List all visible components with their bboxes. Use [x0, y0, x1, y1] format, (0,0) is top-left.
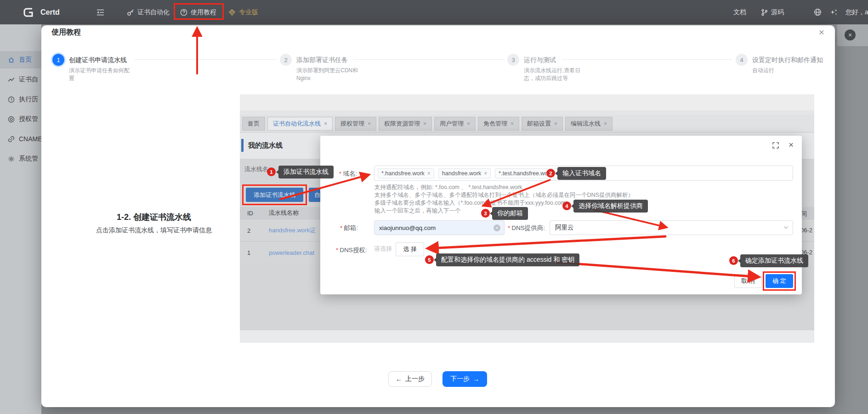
panel-accent-bar: [241, 139, 244, 152]
demo-tab-label: 用户管理: [440, 120, 464, 128]
annotation-badge-2: 2: [546, 169, 555, 178]
cancel-button[interactable]: 取 消: [734, 274, 762, 288]
annotation-tip-6: 确定添加证书流水线: [740, 254, 808, 267]
annotation-badge-5: 5: [425, 255, 434, 264]
step-connector: [353, 59, 505, 60]
custom-pipeline-label: 自: [314, 191, 320, 199]
dns-provider-value: 阿里云: [555, 224, 574, 232]
fullscreen-icon[interactable]: [772, 142, 779, 149]
tutorial-close-icon[interactable]: ×: [815, 26, 828, 39]
step-2-number: 2: [284, 57, 287, 63]
table-header-name: 流水线名称: [269, 209, 299, 217]
next-step-button[interactable]: 下一步 →: [443, 371, 487, 387]
sidebar-item-home[interactable]: 首页: [0, 51, 41, 69]
step-3-indicator: 3: [507, 54, 519, 66]
row-id: 1: [247, 249, 250, 256]
tab-close-icon[interactable]: ×: [423, 121, 426, 127]
language-globe-icon[interactable]: [814, 0, 822, 24]
nav-source-link[interactable]: 源码: [761, 0, 784, 24]
required-mark: *: [336, 247, 338, 253]
required-mark: *: [508, 224, 510, 231]
modal-close-icon[interactable]: ×: [789, 140, 794, 150]
annotation-badge-6: 6: [729, 256, 738, 265]
row-time: 06-2: [800, 227, 812, 234]
nav-item-automation[interactable]: 证书自动化: [127, 0, 170, 24]
tutorial-title: 使用教程: [51, 28, 81, 37]
app-title: Certd: [40, 0, 60, 24]
home-icon: [8, 57, 15, 63]
email-input[interactable]: xiaojunnuo@qq.com: [374, 220, 505, 235]
tab-close-icon[interactable]: ×: [324, 121, 327, 127]
target-icon: [8, 116, 15, 123]
clear-input-icon[interactable]: ×: [494, 224, 500, 231]
demo-tab[interactable]: 权限资源管理 ×: [379, 117, 432, 131]
tag-remove-icon[interactable]: ×: [484, 170, 487, 177]
tab-close-icon[interactable]: ×: [467, 121, 470, 127]
dns-provider-select[interactable]: 阿里云: [550, 220, 793, 235]
step-3-number: 3: [511, 57, 515, 63]
annotation-tip-3: 你的邮箱: [492, 207, 528, 220]
add-pipeline-button[interactable]: 添加证书流水线: [246, 188, 303, 202]
demo-tab-label: 证书自动化流水线: [273, 120, 321, 128]
annotation-badge-4: 4: [562, 201, 571, 210]
left-sidebar: 首页 证书自 执行历 授权管 CNAME 系统管: [0, 24, 41, 414]
next-step-label: 下一步: [450, 375, 470, 383]
prev-step-button[interactable]: ← 上一步: [388, 371, 432, 387]
annotation-badge-1: 1: [267, 167, 276, 176]
question-circle-icon: [180, 9, 187, 16]
demo-tab-label: 首页: [248, 120, 260, 128]
demo-tab[interactable]: 编辑流水线 ×: [565, 117, 613, 131]
sparkles-icon[interactable]: [830, 0, 838, 24]
demo-tab[interactable]: 邮箱设置 ×: [522, 117, 563, 131]
pipeline-name-link[interactable]: handsfree.work证: [269, 226, 316, 235]
add-pipeline-label: 添加证书流水线: [254, 191, 295, 199]
demo-tab[interactable]: 用户管理 ×: [434, 117, 476, 131]
pipeline-name-link[interactable]: powerleader.chat: [269, 249, 314, 256]
sidebar-collapse-icon[interactable]: [96, 0, 104, 24]
tag-remove-icon[interactable]: ×: [427, 170, 431, 177]
domain-hint-1: 支持通配符域名，例如: *.foo.com 、 *.test.handsfree…: [374, 184, 522, 191]
required-mark: *: [339, 170, 341, 177]
sidebar-item-system[interactable]: 系统管: [0, 150, 41, 167]
top-navbar: Certd 证书自动化 使用教程 专业版 文档 源码 您好，admin: [0, 0, 868, 24]
nav-item-tutorial[interactable]: 使用教程: [180, 0, 216, 24]
app-logo[interactable]: [22, 0, 35, 24]
annotation-tip-4: 选择你域名解析提供商: [573, 200, 648, 213]
demo-tab[interactable]: 角色管理 ×: [478, 117, 519, 131]
demo-tab[interactable]: 证书自动化流水线 ×: [267, 117, 333, 131]
nav-automation-label: 证书自动化: [137, 8, 170, 17]
tab-close-icon[interactable]: ×: [554, 121, 557, 127]
dns-auth-placeholder: 请选择: [374, 245, 392, 253]
link-icon: [8, 136, 15, 143]
nav-tutorial-label: 使用教程: [191, 8, 216, 17]
tab-close-icon[interactable]: ×: [368, 121, 371, 127]
step-connector: [562, 59, 732, 60]
tab-close-icon[interactable]: ×: [511, 121, 514, 127]
dns-auth-label: *DNS授权:: [336, 246, 367, 254]
sidebar-item-cert-automation[interactable]: 证书自: [0, 71, 41, 88]
prev-step-label: 上一步: [405, 375, 425, 383]
annotation-badge-3: 3: [481, 209, 490, 218]
dns-provider-label-text: DNS提供商:: [511, 224, 545, 231]
nav-docs-link[interactable]: 文档: [733, 0, 746, 24]
user-greeting[interactable]: 您好，admin: [845, 0, 868, 24]
arrow-right-icon: →: [473, 375, 479, 383]
domain-label-text: 域名:: [343, 170, 357, 177]
email-field-label: *邮箱:: [340, 224, 358, 232]
sidebar-item-history[interactable]: 执行历: [0, 91, 41, 108]
tab-close-icon[interactable]: ×: [604, 121, 607, 127]
tab-close-circle-icon[interactable]: ×: [845, 29, 856, 40]
step-4-title: 设置定时执行和邮件通知: [752, 56, 823, 64]
demo-footer-bar: [240, 330, 814, 343]
step-4-number: 4: [740, 57, 743, 63]
demo-tab-bar: 首页 证书自动化流水线 × 授权管理 × 权限资源管理 × 用户管理 ×: [240, 115, 814, 132]
demo-tab[interactable]: 首页: [242, 117, 265, 131]
demo-tab[interactable]: 授权管理 ×: [335, 117, 376, 131]
confirm-button[interactable]: 确 定: [766, 274, 793, 288]
nav-item-pro[interactable]: 专业版: [228, 0, 258, 24]
sidebar-item-authorization[interactable]: 授权管: [0, 110, 41, 128]
gear-icon: [8, 155, 15, 162]
demo-tab-label: 授权管理: [340, 120, 364, 128]
dns-auth-choose-button[interactable]: 选 择: [396, 242, 424, 256]
sidebar-item-cname[interactable]: CNAME: [0, 130, 41, 148]
